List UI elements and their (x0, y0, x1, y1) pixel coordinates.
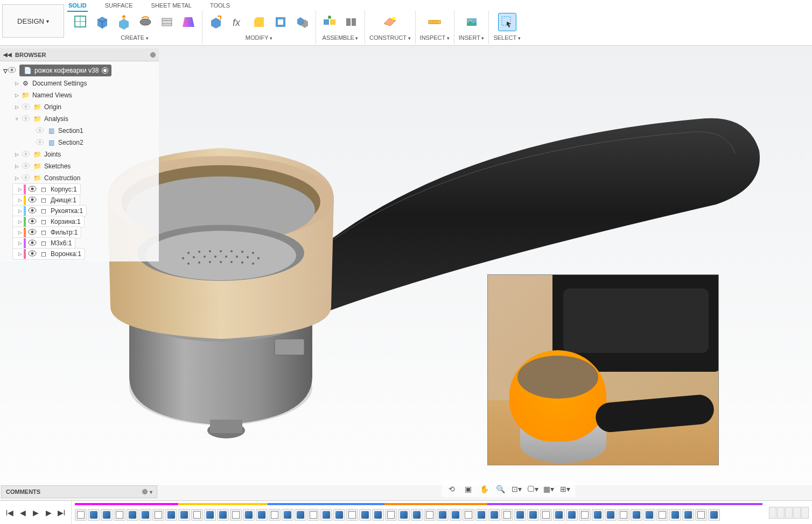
shell-icon[interactable] (271, 13, 290, 31)
timeline-prev-button[interactable]: ◀ (17, 507, 28, 518)
parameters-icon[interactable]: fx (228, 13, 247, 31)
visibility-toggle-icon[interactable] (28, 196, 38, 204)
timeline-feature[interactable] (295, 509, 306, 521)
chevron-down-icon[interactable]: ▾ (150, 489, 152, 495)
timeline-feature[interactable] (256, 509, 268, 521)
timeline-feature[interactable] (463, 509, 474, 521)
timeline-feature[interactable] (152, 509, 164, 521)
tree-item-comp6[interactable]: ▷◻М3х6:1 (13, 238, 75, 249)
timeline-feature[interactable] (424, 509, 436, 521)
browser-header[interactable]: ◀◀ BROWSER (0, 48, 159, 61)
visibility-toggle-icon[interactable] (22, 162, 31, 170)
look-at-icon[interactable]: ▣ (462, 483, 474, 495)
visibility-toggle-icon[interactable] (22, 174, 31, 182)
timeline-feature[interactable] (708, 509, 720, 521)
timeline-feature[interactable] (398, 509, 410, 521)
timeline-feature[interactable] (695, 509, 707, 521)
timeline-feature[interactable] (411, 509, 423, 521)
visibility-toggle-icon[interactable] (28, 218, 38, 225)
tree-item-sketches[interactable]: ▷📁Sketches (0, 160, 159, 172)
timeline-feature[interactable] (592, 509, 604, 521)
timeline-feature[interactable] (243, 509, 255, 521)
joint-icon[interactable] (320, 13, 339, 31)
timeline-feature[interactable] (178, 509, 190, 521)
fit-icon[interactable]: ⊡▾ (510, 483, 522, 495)
visibility-toggle-icon[interactable] (28, 229, 38, 236)
pan-icon[interactable]: ✋ (478, 483, 490, 495)
visibility-toggle-icon[interactable] (28, 250, 38, 258)
viewports-icon[interactable]: ⊞▾ (559, 483, 571, 495)
timeline-feature[interactable] (669, 509, 681, 521)
comments-panel-header[interactable]: COMMENTS ▾ (1, 485, 157, 498)
insert-label[interactable]: INSERT (459, 34, 485, 41)
extrude-icon[interactable] (115, 13, 133, 31)
tree-item-section1[interactable]: ▥Section1 (0, 125, 159, 137)
tab-tools[interactable]: TOOLS (209, 0, 231, 12)
timeline-end-button[interactable]: ▶I (56, 507, 67, 518)
construct-label[interactable]: CONSTRUCT (369, 34, 411, 41)
timeline-feature[interactable] (475, 509, 487, 521)
browser-options-icon[interactable] (150, 52, 156, 58)
timeline-feature[interactable] (139, 509, 151, 521)
timeline-feature[interactable] (269, 509, 281, 521)
zoom-icon[interactable]: 🔍 (494, 483, 506, 495)
timeline-start-button[interactable]: I◀ (4, 507, 15, 518)
timeline-marker[interactable] (801, 507, 809, 519)
timeline-track[interactable] (72, 502, 766, 523)
visibility-toggle-icon[interactable] (36, 127, 45, 134)
select-icon[interactable] (498, 13, 516, 31)
select-label[interactable]: SELECT (493, 34, 520, 41)
timeline-feature[interactable] (75, 509, 87, 521)
workspace-switcher[interactable]: DESIGN (2, 4, 64, 38)
tree-item-origin[interactable]: ▷📁Origin (0, 101, 159, 113)
visibility-toggle-icon[interactable] (28, 207, 38, 215)
tree-item-comp3[interactable]: ▷◻Рукоятка:1 (13, 206, 86, 216)
timeline-play-button[interactable]: ▶ (30, 507, 41, 518)
inspect-label[interactable]: INSPECT (420, 34, 450, 41)
combine-icon[interactable] (293, 13, 311, 31)
display-settings-icon[interactable]: 🖵▾ (527, 483, 538, 495)
timeline-feature[interactable] (217, 509, 229, 521)
timeline-feature[interactable] (643, 509, 655, 521)
visibility-toggle-icon[interactable] (22, 151, 31, 158)
timeline-feature[interactable] (656, 509, 668, 521)
visibility-toggle-icon[interactable] (8, 66, 16, 75)
tree-item-construction[interactable]: ▷📁Construction (0, 172, 159, 184)
new-sketch-icon[interactable] (72, 13, 90, 31)
timeline-feature[interactable] (553, 509, 565, 521)
timeline-feature[interactable] (605, 509, 617, 521)
root-component[interactable]: 📄 рожок кофеварки v38 (19, 65, 111, 76)
tree-item-comp4[interactable]: ▷◻Корзина:1 (13, 216, 84, 227)
modify-label[interactable]: MODIFY (246, 34, 272, 41)
plane-icon[interactable] (381, 13, 399, 31)
tab-surface[interactable]: SURFACE (104, 0, 134, 12)
insert-icon[interactable] (463, 13, 481, 31)
collapse-icon[interactable]: ◀◀ (3, 52, 12, 58)
timeline-marker[interactable] (785, 507, 793, 519)
timeline-feature[interactable] (488, 509, 500, 521)
timeline-feature[interactable] (450, 509, 461, 521)
timeline-feature[interactable] (579, 509, 591, 521)
visibility-toggle-icon[interactable] (28, 239, 38, 247)
timeline-feature[interactable] (204, 509, 216, 521)
reference-image[interactable] (487, 274, 719, 465)
timeline-feature[interactable] (514, 509, 526, 521)
timeline-feature[interactable] (88, 509, 100, 521)
sweep-icon[interactable] (158, 13, 176, 31)
timeline-next-button[interactable]: ▶ (43, 507, 54, 518)
timeline-marker[interactable] (769, 507, 776, 519)
timeline-feature[interactable] (346, 509, 358, 521)
tab-sheet-metal[interactable]: SHEET METAL (150, 0, 193, 12)
assemble-label[interactable]: ASSEMBLE (323, 34, 359, 41)
orbit-icon[interactable]: ⟲ (446, 483, 458, 495)
timeline-feature[interactable] (114, 509, 125, 521)
timeline-feature[interactable] (566, 509, 578, 521)
timeline-feature[interactable] (682, 509, 694, 521)
timeline-feature[interactable] (333, 509, 345, 521)
press-pull-icon[interactable] (207, 13, 225, 31)
revolve-icon[interactable] (136, 13, 155, 31)
timeline-feature[interactable] (359, 509, 371, 521)
visibility-toggle-icon[interactable] (22, 103, 31, 111)
timeline-feature[interactable] (618, 509, 629, 521)
timeline-marker[interactable] (793, 507, 801, 519)
